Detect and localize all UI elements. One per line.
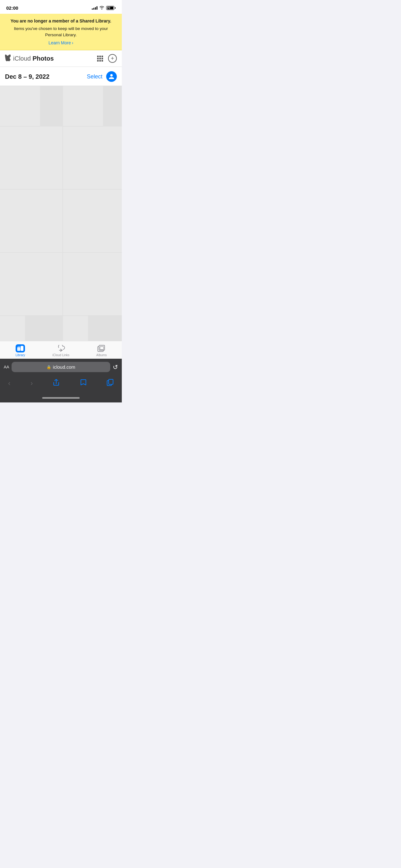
status-icons: 70 [92, 5, 115, 11]
avatar[interactable] [106, 71, 117, 82]
photo-grid [0, 86, 122, 341]
photo-cell[interactable] [63, 86, 103, 126]
browser-nav-bar: ‹ › [0, 375, 122, 395]
photo-cell[interactable] [0, 127, 63, 189]
date-range-label: Dec 8 – 9, 2022 [5, 73, 49, 80]
status-bar: 02:00 70 [0, 0, 122, 14]
banner-body: Items you've chosen to keep will be move… [6, 26, 115, 38]
browser-address-bar: AA 🔒 icloud.com ↺ [0, 359, 122, 375]
date-select-right: Select [87, 71, 117, 82]
home-indicator [0, 395, 122, 402]
home-pill [42, 397, 80, 399]
photo-cell[interactable] [63, 127, 122, 189]
reload-icon[interactable]: ↺ [113, 363, 118, 371]
library-icon [15, 344, 25, 352]
header-icons: + [97, 54, 117, 63]
tab-icloud-links-label: iCloud Links [53, 353, 69, 357]
photo-cell[interactable] [63, 316, 88, 341]
app-title: iCloud Photos [13, 55, 54, 62]
apple-logo-icon [5, 54, 11, 63]
app-header: iCloud Photos + [0, 50, 122, 67]
share-button[interactable] [51, 377, 62, 390]
photo-cell[interactable] [0, 190, 63, 252]
tab-albums[interactable]: Albums [81, 344, 122, 357]
learn-more-link[interactable]: Learn More › [48, 40, 73, 45]
photo-cell[interactable] [0, 86, 40, 126]
tab-icloud-links[interactable]: iCloud Links [41, 344, 81, 357]
tab-bar: Library iCloud Links Albums [0, 341, 122, 359]
app-header-title: iCloud Photos [5, 54, 54, 63]
photo-cell[interactable] [0, 253, 63, 315]
grid-view-icon[interactable] [97, 56, 103, 62]
notification-banner: You are no longer a member of a Shared L… [0, 14, 122, 50]
tab-library[interactable]: Library [0, 344, 41, 357]
icloud-links-icon [56, 344, 66, 352]
select-button[interactable]: Select [87, 73, 102, 80]
forward-button[interactable]: › [29, 377, 35, 389]
photo-cell[interactable] [0, 316, 25, 341]
svg-rect-0 [17, 347, 20, 351]
signal-icon [92, 6, 97, 10]
back-button[interactable]: ‹ [6, 377, 12, 389]
tab-albums-label: Albums [96, 353, 106, 357]
svg-rect-6 [109, 379, 113, 384]
tabs-button[interactable] [105, 377, 115, 390]
bookmarks-button[interactable] [78, 377, 89, 390]
date-select-bar: Dec 8 – 9, 2022 Select [0, 67, 122, 86]
add-button[interactable]: + [108, 54, 117, 63]
svg-rect-4 [100, 346, 104, 350]
svg-rect-1 [21, 346, 24, 351]
photo-cell[interactable] [63, 190, 122, 252]
url-text: icloud.com [53, 364, 75, 370]
battery-icon: 70 [106, 6, 115, 10]
banner-title: You are no longer a member of a Shared L… [6, 18, 115, 24]
photo-cell[interactable] [63, 253, 122, 315]
aa-label[interactable]: AA [4, 365, 9, 369]
status-time: 02:00 [6, 5, 18, 11]
lock-icon: 🔒 [46, 365, 51, 369]
wifi-icon [99, 5, 104, 11]
url-bar[interactable]: 🔒 icloud.com [11, 362, 110, 372]
tab-library-label: Library [15, 353, 25, 357]
albums-icon [97, 344, 106, 352]
